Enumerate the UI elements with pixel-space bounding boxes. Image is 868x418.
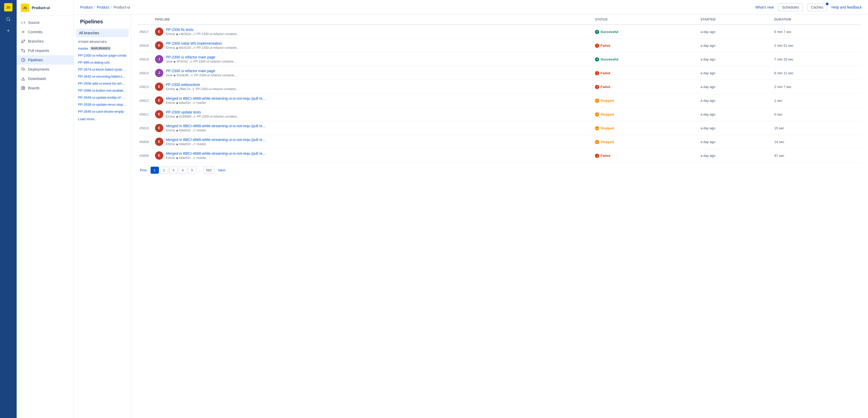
table-header-row: Pipeline Status Started Duration	[137, 14, 862, 25]
commits-icon	[21, 30, 26, 34]
repo-icon: JS	[21, 4, 29, 12]
col-started: Started	[699, 14, 772, 25]
status-badge: ✓ Successful	[595, 30, 618, 34]
app-logo[interactable]: JS	[4, 3, 12, 11]
branch-name: PP-2300-ui-refactor-containe...	[196, 115, 239, 118]
author-name: Emma	[166, 32, 175, 36]
pipeline-title[interactable]: Merged in BBCI-4668-while-streaming-ui-i…	[166, 138, 266, 142]
branch-item[interactable]: PP-2644-ui-update-tooltip-of-st...	[74, 94, 131, 101]
svg-point-9	[22, 42, 23, 43]
duration-cell: 1 sec	[772, 94, 862, 107]
sidebar-item-downloads[interactable]: Downloads	[17, 74, 73, 83]
author-name: Emma	[166, 87, 175, 91]
author-name: Emma	[166, 115, 175, 118]
search-icon[interactable]	[5, 15, 12, 23]
whats-new-link[interactable]: What's new	[755, 5, 774, 9]
pipeline-title[interactable]: Merged in BBCI-4668-while-streaming-ui-i…	[166, 151, 266, 155]
sidebar-item-branches[interactable]: Branches	[17, 37, 73, 46]
sidebar-item-source[interactable]: Source	[17, 18, 73, 27]
branch-item[interactable]: PP-2640-ui-card-shows-empty-	[74, 108, 131, 115]
page-4-button[interactable]: 4	[179, 167, 187, 174]
sidebar-item-boards[interactable]: Boards	[17, 83, 73, 93]
page-1-button[interactable]: 1	[151, 167, 159, 174]
pipeline-meta: Emma ◆ 2f6bc7e ⎇ PP-2300-ui-refactor-con…	[166, 87, 238, 91]
pipeline-title[interactable]: PP-2300 ui refactor main page	[166, 55, 236, 59]
avatar: E	[155, 151, 163, 160]
page-3-button[interactable]: 3	[169, 167, 178, 174]
schedules-button[interactable]: Schedules	[778, 3, 803, 11]
page-2-button[interactable]: 2	[160, 167, 168, 174]
pipeline-title[interactable]: Merged in BBCI-4668-while-streaming-ui-i…	[166, 124, 266, 128]
duration-cell: 14 sec	[772, 135, 862, 149]
sidebar-item-commits[interactable]: Commits	[17, 27, 73, 37]
load-more-link[interactable]: Load more...	[74, 115, 131, 123]
master-branch-link[interactable]: master	[78, 46, 88, 50]
pipeline-title[interactable]: PP-2300 fix tests	[166, 28, 239, 32]
status-icon: ✓	[595, 57, 599, 62]
started-cell: a day ago	[699, 135, 772, 149]
status-icon: !	[595, 154, 599, 158]
author-name: Emma	[166, 129, 175, 132]
author-name: Jose	[166, 60, 173, 63]
page-5-button[interactable]: 5	[188, 167, 196, 174]
sidebar-item-pipelines[interactable]: Pipelines	[17, 55, 73, 65]
breadcrumb-product1[interactable]: Product	[80, 5, 93, 9]
branch-item[interactable]: PP-2666-ui-button-not-available...	[74, 87, 131, 94]
caches-button[interactable]: Caches	[807, 3, 827, 11]
branch-name: PP-2300-ui-refactor-containe...	[193, 60, 236, 63]
other-branches-label: OTHER BRANCHES	[74, 37, 131, 45]
code-icon	[21, 20, 26, 25]
pipeline-title[interactable]: Merged in BBCI-4668-while-streaming-ui-i…	[166, 96, 266, 101]
sidebar-item-pull-requests[interactable]: Pull requests	[17, 46, 73, 55]
prev-page-button[interactable]: Prev	[137, 167, 150, 173]
status-cell: — Stopped	[593, 135, 699, 149]
branch-item[interactable]: PP-2656-add-ui-event-for-when...	[74, 80, 131, 87]
add-icon[interactable]	[5, 27, 12, 34]
pipeline-meta: Emma ◆ bdae52c ⎇ master	[166, 156, 266, 160]
status-icon: !	[595, 71, 599, 75]
sidebar-item-deployments[interactable]: Deployments	[17, 65, 73, 74]
main-content: Product / Product / Product-ui What's ne…	[74, 0, 868, 418]
status-cell: ! Failed	[593, 66, 699, 80]
status-badge: ✓ Successful	[595, 57, 618, 62]
pipeline-title[interactable]: PP-2300 update tests	[166, 110, 239, 114]
started-cell: a day ago	[699, 94, 772, 107]
branch-item[interactable]: PP-2642-ui-rerunning-failed-scr...	[74, 73, 131, 80]
branch-name: PP-2300-ui-refactor-containe...	[195, 87, 238, 91]
svg-point-4	[23, 31, 24, 32]
table-row: #5816 E PP-2300 initial WS implementatio…	[137, 39, 862, 53]
breadcrumb-product2[interactable]: Product	[97, 5, 109, 9]
duration-cell: 47 sec	[772, 149, 862, 163]
branch-item[interactable]: PP-2674-ui-block-failed-system...	[74, 66, 131, 73]
avatar: E	[155, 110, 163, 118]
avatar: E	[155, 124, 163, 132]
branch-name: PP-2300-ui-refactor-containe...	[196, 32, 239, 36]
branch-item[interactable]: PP-2638-ui-update-rerun-stopp...	[74, 101, 131, 108]
duration-cell: 0 sec	[772, 107, 862, 121]
branch-name: master	[196, 101, 206, 105]
pipeline-info-cell: E PP-2300 update tests Emma ◆ 8189888 ⎇ …	[153, 107, 593, 121]
sidebar: JS Product-ui Source Commits Branches	[17, 0, 74, 418]
pipeline-title[interactable]: PP-2300 ui refactor main page	[166, 69, 237, 73]
pipeline-title[interactable]: PP-2300 initial WS implementation	[166, 41, 239, 45]
commit-hash: 91edc95	[177, 73, 188, 77]
pipeline-info-cell: J PP-2300 ui refactor main page Jose ◆ 9…	[153, 66, 593, 80]
notification-dot	[826, 3, 829, 5]
sidebar-item-label: Branches	[28, 39, 43, 43]
branch-item[interactable]: PP-995-ui-dialog-urls	[74, 59, 131, 66]
commit-hash: bdae52c	[179, 156, 191, 160]
pipeline-table: Pipeline Status Started Duration #5817 E…	[137, 14, 862, 163]
duration-cell: 7 min 10 sec	[772, 53, 862, 66]
next-page-button[interactable]: Next	[216, 167, 228, 173]
started-time: a day ago	[701, 44, 715, 47]
commit-hash: 64c015d	[179, 46, 191, 49]
pipeline-meta: Jose ◆ 4f7d7b2 ⎇ PP-2300-ui-refactor-con…	[166, 60, 236, 63]
all-branches-button[interactable]: All branches	[76, 29, 129, 37]
started-time: a day ago	[701, 112, 715, 116]
help-feedback-link[interactable]: Help and feedback	[831, 5, 862, 9]
started-time: a day ago	[701, 126, 715, 130]
branch-item[interactable]: PP-2300-ui-refactor-page-contai	[74, 52, 131, 59]
page-last-button[interactable]: 582	[203, 167, 215, 174]
pipeline-meta: Emma ◆ c4b2b2a ⎇ PP-2300-ui-refactor-con…	[166, 32, 239, 36]
pipeline-title[interactable]: PP-2300 websockets	[166, 82, 238, 87]
